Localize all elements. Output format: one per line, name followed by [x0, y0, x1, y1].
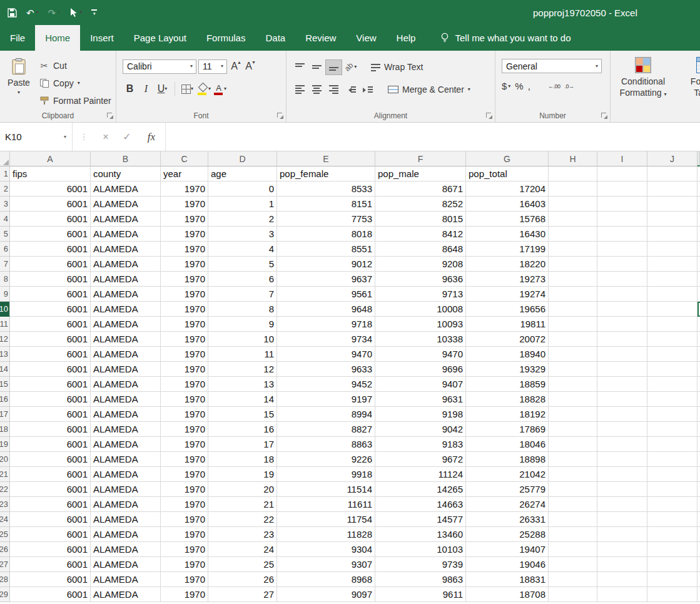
cell-B23[interactable]: ALAMEDA [91, 497, 161, 512]
tab-home[interactable]: Home [35, 25, 80, 51]
cell-D25[interactable]: 23 [208, 527, 277, 542]
cell-A16[interactable]: 6001 [10, 392, 91, 407]
cell-F4[interactable]: 8015 [375, 212, 466, 227]
cell-F19[interactable]: 9183 [375, 437, 466, 452]
conditional-formatting-button[interactable]: Conditional Formatting ▾ [616, 57, 671, 120]
cell-D11[interactable]: 9 [208, 317, 277, 332]
row-header-27[interactable]: 27 [0, 557, 10, 572]
row-header-16[interactable]: 16 [0, 392, 10, 407]
cell-F5[interactable]: 8412 [375, 227, 466, 242]
redo-button[interactable]: ↷ ▾ [48, 8, 61, 18]
row-header-14[interactable]: 14 [0, 362, 10, 377]
cell-A22[interactable]: 6001 [10, 482, 91, 497]
cell-B4[interactable]: ALAMEDA [91, 212, 161, 227]
cell-K1[interactable] [697, 166, 700, 182]
cell-E14[interactable]: 9633 [277, 362, 375, 377]
undo-button[interactable]: ↶ ▾ [26, 8, 39, 18]
cell-C18[interactable]: 1970 [161, 422, 208, 437]
cell-G26[interactable]: 19407 [466, 542, 549, 557]
cell-A10[interactable]: 6001 [10, 302, 91, 317]
cell-G12[interactable]: 20072 [466, 332, 549, 347]
row-header-28[interactable]: 28 [0, 572, 10, 587]
cell-B3[interactable]: ALAMEDA [91, 197, 161, 212]
cell-G5[interactable]: 16430 [466, 227, 549, 242]
cell-H20[interactable] [549, 452, 597, 467]
cell-E10[interactable]: 9648 [277, 302, 375, 317]
cell-D17[interactable]: 15 [208, 407, 277, 422]
chevron-down-icon[interactable]: ▾ [191, 86, 193, 91]
cell-E20[interactable]: 9226 [277, 452, 375, 467]
cell-J15[interactable] [647, 377, 697, 392]
cell-K26[interactable] [697, 542, 700, 557]
tab-formulas[interactable]: Formulas [196, 25, 256, 51]
cell-D12[interactable]: 10 [208, 332, 277, 347]
cell-J6[interactable] [647, 242, 697, 257]
cell-J2[interactable] [647, 182, 697, 197]
cell-G21[interactable]: 21042 [466, 467, 549, 482]
cell-B7[interactable]: ALAMEDA [91, 257, 161, 272]
cell-C26[interactable]: 1970 [161, 542, 208, 557]
cell-I15[interactable] [597, 377, 647, 392]
cell-G7[interactable]: 18220 [466, 257, 549, 272]
cell-I28[interactable] [597, 572, 647, 587]
cell-I3[interactable] [597, 197, 647, 212]
cell-D1[interactable]: age [208, 166, 277, 182]
cell-D4[interactable]: 2 [208, 212, 277, 227]
cell-E8[interactable]: 9637 [277, 272, 375, 287]
cell-B10[interactable]: ALAMEDA [91, 302, 161, 317]
cell-K3[interactable] [697, 197, 700, 212]
cell-E11[interactable]: 9718 [277, 317, 375, 332]
tell-me-box[interactable]: Tell me what you want to do [440, 25, 571, 51]
cell-C6[interactable]: 1970 [161, 242, 208, 257]
chevron-down-icon[interactable]: ▾ [190, 64, 193, 69]
insert-function-button[interactable]: fx [138, 131, 165, 143]
cell-I27[interactable] [597, 557, 647, 572]
row-header-8[interactable]: 8 [0, 272, 10, 287]
cell-E15[interactable]: 9452 [277, 377, 375, 392]
cell-I12[interactable] [597, 332, 647, 347]
chevron-down-icon[interactable]: ▾ [596, 64, 598, 69]
cell-D19[interactable]: 17 [208, 437, 277, 452]
cell-A13[interactable]: 6001 [10, 347, 91, 362]
tab-view[interactable]: View [346, 25, 386, 51]
cell-H18[interactable] [549, 422, 597, 437]
cell-H16[interactable] [549, 392, 597, 407]
cell-C14[interactable]: 1970 [161, 362, 208, 377]
cell-C27[interactable]: 1970 [161, 557, 208, 572]
cell-I17[interactable] [597, 407, 647, 422]
number-dialog-launcher[interactable] [601, 113, 607, 119]
cell-I26[interactable] [597, 542, 647, 557]
cell-G10[interactable]: 19656 [466, 302, 549, 317]
cell-C29[interactable]: 1970 [161, 587, 208, 602]
cell-G24[interactable]: 26331 [466, 512, 549, 527]
cell-J17[interactable] [647, 407, 697, 422]
cell-A9[interactable]: 6001 [10, 287, 91, 302]
paste-button[interactable]: Paste ▾ [3, 57, 35, 111]
cell-D16[interactable]: 14 [208, 392, 277, 407]
top-align-button[interactable] [292, 59, 308, 75]
cell-I14[interactable] [597, 362, 647, 377]
cell-K8[interactable] [697, 272, 700, 287]
column-header-F[interactable]: F [375, 151, 466, 166]
cell-E18[interactable]: 8827 [277, 422, 375, 437]
cell-H23[interactable] [549, 497, 597, 512]
cell-H26[interactable] [549, 542, 597, 557]
cell-C9[interactable]: 1970 [161, 287, 208, 302]
cell-C1[interactable]: year [161, 166, 208, 182]
cell-G4[interactable]: 15768 [466, 212, 549, 227]
cell-B24[interactable]: ALAMEDA [91, 512, 161, 527]
cell-C28[interactable]: 1970 [161, 572, 208, 587]
cell-F15[interactable]: 9407 [375, 377, 466, 392]
cell-H15[interactable] [549, 377, 597, 392]
cell-C16[interactable]: 1970 [161, 392, 208, 407]
cell-B17[interactable]: ALAMEDA [91, 407, 161, 422]
row-header-17[interactable]: 17 [0, 407, 10, 422]
cell-H12[interactable] [549, 332, 597, 347]
percent-style-button[interactable]: % [515, 81, 523, 91]
name-box[interactable]: K10 ▾ [0, 123, 73, 151]
cell-B8[interactable]: ALAMEDA [91, 272, 161, 287]
tab-page-layout[interactable]: Page Layout [124, 25, 196, 51]
cell-A5[interactable]: 6001 [10, 227, 91, 242]
row-header-25[interactable]: 25 [0, 527, 10, 542]
cell-D24[interactable]: 22 [208, 512, 277, 527]
